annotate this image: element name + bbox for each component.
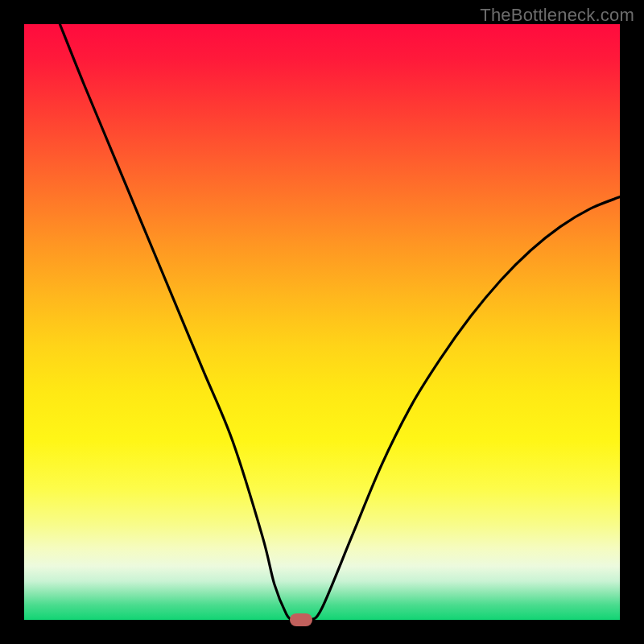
- plot-area: [24, 24, 620, 620]
- bottleneck-curve-path: [60, 24, 620, 621]
- chart-frame: TheBottleneck.com: [0, 0, 644, 644]
- optimum-marker: [290, 613, 312, 626]
- watermark-text: TheBottleneck.com: [480, 5, 634, 26]
- curve-svg: [24, 24, 620, 620]
